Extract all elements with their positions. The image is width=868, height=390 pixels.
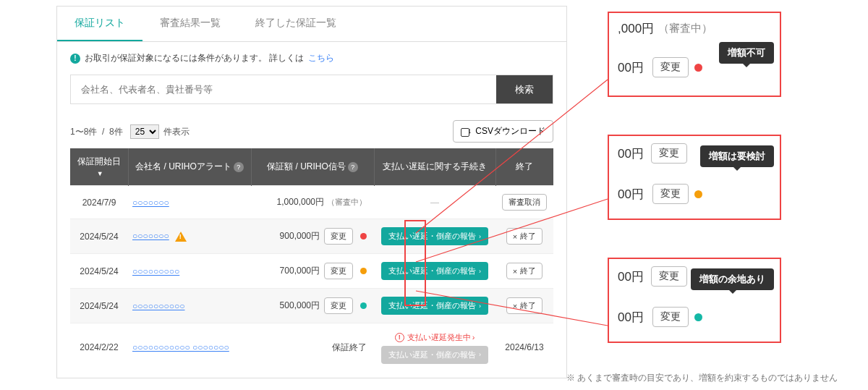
tab-ended-guarantees[interactable]: 終了した保証一覧	[238, 7, 354, 41]
search-bar: 検索	[70, 75, 553, 104]
change-button[interactable]: 変更	[324, 297, 353, 314]
cell-start-date: 2024/5/24	[70, 219, 128, 254]
cell-company: ○○○○○○○	[128, 186, 251, 219]
search-button[interactable]: 検索	[496, 75, 553, 103]
conditions-notice: ! お取引が保証対象になるには条件があります。 詳しくは こちら	[57, 42, 566, 70]
cell-start-date: 2024/7/9	[70, 186, 128, 219]
amount-text: 700,000円	[280, 266, 320, 276]
notice-link[interactable]: こちら	[308, 52, 334, 64]
tooltip-increase-unavailable: 増額不可	[719, 42, 774, 64]
search-input[interactable]	[71, 75, 496, 103]
chevron-right-icon: ›	[479, 351, 481, 358]
alert-warning-icon	[175, 232, 187, 242]
signal-dot-teal	[360, 302, 367, 309]
cell-company: ○○○○○○○○○○	[128, 289, 251, 323]
change-button[interactable]: 変更	[652, 184, 689, 204]
pagination-info: 1〜8件 / 8件 25 件表示	[70, 124, 190, 139]
callout-amount-2: 00円	[618, 59, 644, 76]
csv-download-button[interactable]: CSVダウンロード	[453, 120, 553, 143]
chevron-right-icon: ›	[479, 268, 481, 275]
tooltip-increase-review: 増額は要検討	[700, 145, 774, 167]
amount-text: 1,000,000円	[277, 197, 324, 207]
cell-delay: —	[374, 186, 495, 219]
signal-dot-red	[360, 233, 367, 239]
table-row: 2024/5/24○○○○○○○○○700,000円変更支払い遅延・倒産の報告›…	[70, 254, 553, 289]
end-button[interactable]: 終了	[506, 263, 542, 279]
cell-amount: 700,000円変更	[251, 254, 374, 289]
col-amount: 保証額 / URIHO信号?	[251, 148, 374, 186]
download-icon	[461, 127, 471, 137]
cell-amount: 1,000,000円（審査中）	[251, 186, 374, 219]
amount-text: 500,000円	[280, 300, 320, 310]
change-button[interactable]: 変更	[324, 263, 353, 279]
col-end: 終了	[495, 148, 553, 186]
list-toolbar: 1〜8件 / 8件 25 件表示 CSVダウンロード	[57, 116, 566, 148]
amount-note: （審査中）	[327, 198, 367, 206]
change-button[interactable]: 変更	[651, 266, 687, 287]
callout-amount: 00円	[618, 145, 644, 162]
end-button[interactable]: 終了	[506, 228, 542, 245]
callout-amount-2: 00円	[618, 186, 644, 203]
end-button[interactable]: 終了	[506, 297, 542, 314]
company-link[interactable]: ○○○○○○○	[132, 231, 169, 241]
table-row: 2024/5/24○○○○○○○900,000円変更支払い遅延・倒産の報告›終了	[70, 219, 553, 254]
report-delay-button[interactable]: 支払い遅延・倒産の報告›	[381, 297, 488, 315]
callout-amount: 00円	[618, 268, 644, 285]
table-row: 2024/7/9○○○○○○○1,000,000円（審査中）—審査取消	[70, 186, 553, 219]
help-icon[interactable]: ?	[348, 162, 358, 172]
chevron-right-icon: ›	[479, 233, 481, 240]
cell-delay: 支払い遅延・倒産の報告›	[374, 254, 495, 289]
report-delay-button[interactable]: 支払い遅延・倒産の報告›	[381, 262, 488, 280]
cell-amount: 保証終了	[251, 323, 374, 372]
help-icon[interactable]: ?	[234, 162, 244, 172]
col-delay: 支払い遅延に関する手続き	[374, 148, 495, 186]
table-header-row: 保証開始日▼ 会社名 / URIHOアラート? 保証額 / URIHO信号? 支…	[70, 148, 553, 186]
main-panel: 保証リスト 審査結果一覧 終了した保証一覧 ! お取引が保証対象になるには条件が…	[56, 6, 567, 378]
table-row: 2024/5/24○○○○○○○○○○500,000円変更支払い遅延・倒産の報告…	[70, 289, 553, 323]
per-page-select[interactable]: 25	[130, 124, 159, 139]
report-delay-button[interactable]: 支払い遅延・倒産の報告›	[381, 227, 488, 245]
callout-amount: ,000円	[618, 20, 654, 37]
change-button[interactable]: 変更	[651, 143, 687, 164]
change-button[interactable]: 変更	[324, 228, 353, 245]
cell-start-date: 2024/5/24	[70, 289, 128, 323]
guarantee-table: 保証開始日▼ 会社名 / URIHOアラート? 保証額 / URIHO信号? 支…	[70, 148, 553, 372]
company-link[interactable]: ○○○○○○○○○	[132, 266, 179, 276]
signal-dot-orange	[360, 268, 367, 274]
tab-guarantee-list[interactable]: 保証リスト	[57, 7, 142, 41]
cell-amount: 500,000円変更	[251, 289, 374, 323]
change-button[interactable]: 変更	[652, 307, 689, 327]
chevron-right-icon: ›	[479, 302, 481, 310]
chevron-right-icon: ›	[472, 333, 475, 342]
callout-increase-review: 00円 変更 増額は要検討 00円 変更	[608, 135, 781, 220]
cell-company: ○○○○○○○○○○○ ○○○○○○○	[128, 323, 251, 372]
cell-start-date: 2024/2/22	[70, 323, 128, 372]
company-link[interactable]: ○○○○○○○	[132, 198, 169, 208]
delay-warning: !支払い遅延発生中 ›	[395, 332, 475, 343]
report-delay-button: 支払い遅延・倒産の報告›	[381, 346, 488, 364]
cell-delay: 支払い遅延・倒産の報告›	[374, 219, 495, 254]
notice-text: お取引が保証対象になるには条件があります。 詳しくは	[85, 52, 304, 64]
info-icon: !	[70, 54, 80, 64]
per-page-suffix: 件表示	[163, 127, 190, 137]
change-button[interactable]: 変更	[652, 57, 689, 77]
csv-label: CSVダウンロード	[475, 125, 545, 137]
company-link[interactable]: ○○○○○○○○○○○ ○○○○○○○	[132, 342, 229, 352]
company-link[interactable]: ○○○○○○○○○○	[132, 301, 184, 311]
cancel-review-button[interactable]: 審査取消	[502, 194, 547, 211]
signal-dot-red	[694, 64, 702, 72]
callout-amount-2: 00円	[618, 309, 644, 326]
callout-note: （審査中）	[658, 22, 712, 35]
cell-end: 2024/6/13	[495, 323, 553, 372]
cell-company: ○○○○○○○	[128, 219, 251, 254]
range-sep: /	[102, 127, 104, 137]
total-text: 8件	[109, 127, 123, 137]
tab-review-results[interactable]: 審査結果一覧	[142, 7, 238, 41]
callout-increase-possible: 00円 変更 増額の余地あり 00円 変更	[608, 258, 781, 343]
tooltip-increase-possible: 増額の余地あり	[691, 268, 774, 290]
cell-company: ○○○○○○○○○	[128, 254, 251, 289]
col-start-date[interactable]: 保証開始日▼	[70, 148, 128, 186]
cell-end: 終了	[495, 289, 553, 323]
cell-end: 終了	[495, 254, 553, 289]
range-text: 1〜8件	[70, 127, 97, 137]
